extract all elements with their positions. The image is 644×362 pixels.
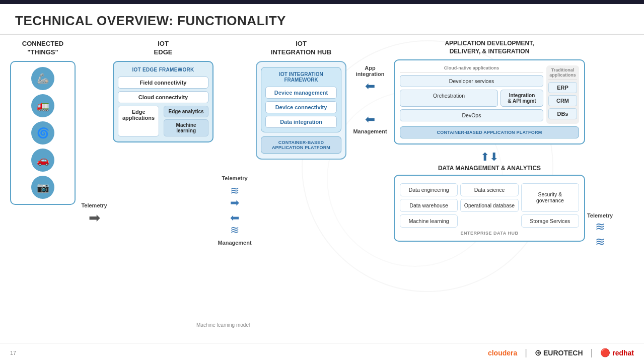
data-mgmt-section: Data engineering Data science Security &… (394, 175, 585, 242)
col-edge: IoT EDGE IOT EDGE FRAMEWORK Field connec… (113, 40, 213, 360)
arrows-hub-appdev: App integration ⬅ ⬅ Management (352, 40, 388, 360)
edge-bottom-row: Edge applications Edge analytics Machine… (118, 106, 208, 136)
title-area: TECHNICAL OVERVIEW: FUNCTIONALITY (0, 4, 644, 35)
data-engineering: Data engineering (400, 183, 458, 196)
data-grid: Data engineering Data science Security &… (400, 183, 579, 228)
wave-icon-1: ≋ ➡ (230, 185, 239, 208)
wave-right-2: ≋ (595, 235, 605, 248)
eurotech-logo-group: ⊕ EUROTECH (535, 348, 583, 357)
erp-box: ERP (548, 82, 577, 93)
hub-framework-title: IOT INTEGRATION FRAMEWORK (265, 71, 337, 83)
wave-icon-2: ⬅ ≋ (230, 212, 239, 236)
wave-right: ≋ (595, 220, 605, 233)
logo-cloudera: cloudera (488, 349, 517, 357)
edge-header: IoT EDGE (113, 40, 213, 57)
orchestration: Orchestration (400, 90, 498, 107)
header-bar (0, 0, 644, 4)
telemetry-arrow-1: Telemetry ➡ (82, 67, 107, 360)
management-label-2: Management (353, 128, 387, 134)
edge-framework-box: IOT EDGE FRAMEWORK Field connectivity Cl… (113, 61, 213, 142)
edge-right-items: Edge analytics Machine learning (164, 106, 208, 136)
logo-divider-2: | (591, 347, 593, 358)
orch-integration-row: Orchestration Integration& API mgmt (400, 90, 543, 109)
traditional-col: Traditional applications ERP CRM DBs (546, 65, 579, 124)
up-down-arrow: ⬆⬇ (394, 151, 585, 164)
enterprise-hub-label: ENTERPRISE DATA HUB (400, 231, 579, 236)
crm-box: CRM (548, 95, 577, 106)
camera-icon: 📷 (31, 176, 54, 199)
ml-model-label: Machine learning model (196, 322, 250, 328)
edge-field-connectivity: Field connectivity (118, 77, 208, 89)
telemetry-arrows-right: Telemetry ≋ ≋ (589, 40, 611, 360)
storage-services: Storage Services (521, 214, 579, 228)
machine-learning: Machine learning (400, 214, 458, 228)
eurotech-circle-icon: ⊕ (535, 348, 541, 357)
right-arrow-icon: ⬅ (365, 112, 375, 126)
security-governance: Security & governance (521, 183, 579, 212)
hub-device-connectivity: Device connectivity (265, 101, 337, 113)
content-area: CONNECTED "THINGS" 🦾 🚛 🌀 🚗 📷 Telemetry ➡… (0, 35, 644, 360)
col-hub: IoT INTEGRATION HUB IOT INTEGRATION FRAM… (256, 40, 346, 360)
telemetry-label-2: Telemetry (222, 175, 247, 181)
data-science: Data science (460, 183, 518, 196)
edge-analytics: Edge analytics (164, 106, 208, 117)
col-things: CONNECTED "THINGS" 🦾 🚛 🌀 🚗 📷 (10, 40, 76, 360)
truck-icon: 🚛 (31, 94, 54, 117)
appdev-section: Cloud-native applications Developer serv… (394, 59, 585, 144)
col-appdev: APPLICATION DEVELOPMENT, DELIVERY, & INT… (394, 40, 585, 360)
data-warehouse: Data warehouse (400, 199, 458, 212)
car-icon: 🚗 (31, 149, 54, 172)
developer-services: Developer services (400, 75, 543, 87)
cloud-native-col: Cloud-native applications Developer serv… (400, 65, 543, 124)
page-number: 17 (10, 350, 16, 356)
hub-inner-box: IOT INTEGRATION FRAMEWORK Device managem… (261, 67, 341, 132)
robot-arm-icon: 🦾 (31, 67, 54, 90)
hub-framework-box: IOT INTEGRATION FRAMEWORK Device managem… (256, 61, 346, 160)
hub-device-management: Device management (265, 87, 337, 99)
things-header: CONNECTED "THINGS" (10, 40, 76, 57)
edge-cloud-connectivity: Cloud connectivity (118, 91, 208, 103)
appdev-header: APPLICATION DEVELOPMENT, DELIVERY, & INT… (394, 40, 585, 55)
turbine-icon: 🌀 (31, 121, 54, 144)
arrow-icon-1: ➡ (89, 209, 100, 226)
logo-redhat: redhat (612, 349, 634, 357)
arrows-edge-hub: Telemetry ≋ ➡ ⬅ ≋ Management (220, 60, 250, 360)
telemetry-label-1: Telemetry (81, 202, 107, 208)
logos: cloudera | ⊕ EUROTECH | 🔴 redhat (488, 347, 634, 358)
page-title: TECHNICAL OVERVIEW: FUNCTIONALITY (15, 13, 629, 29)
traditional-label: Traditional applications (548, 67, 577, 80)
redhat-logo-group: 🔴 redhat (600, 348, 634, 357)
edge-machine-learning: Machine learning (164, 119, 208, 136)
left-arrow-icon: ⬅ (365, 79, 375, 93)
edge-applications: Edge applications (118, 106, 159, 136)
telemetry-label-3: Telemetry (587, 212, 613, 219)
data-mgmt-header: DATA MANAGEMENT & ANALYTICS (394, 165, 585, 173)
dbs-box: DBs (548, 108, 577, 119)
hub-platform-box: CONTAINER-BASEDAPPLICATION PLATFORM (261, 136, 341, 154)
hub-header: IoT INTEGRATION HUB (256, 40, 346, 57)
devops: DevOps (400, 109, 543, 121)
management-label-1: Management (218, 240, 251, 246)
footer: 17 cloudera | ⊕ EUROTECH | 🔴 redhat (0, 343, 644, 362)
cloud-native-label: Cloud-native applications (400, 65, 543, 73)
logo-eurotech: EUROTECH (543, 349, 583, 357)
things-box: 🦾 🚛 🌀 🚗 📷 (10, 61, 76, 205)
appdev-platform-box: CONTAINER-BASED APPLICATION PLATFORM (400, 126, 579, 138)
operational-database: Operational database (460, 199, 518, 212)
logo-divider-1: | (525, 347, 527, 358)
edge-framework-title: IOT EDGE FRAMEWORK (118, 67, 208, 73)
slide: TECHNICAL OVERVIEW: FUNCTIONALITY CONNEC… (0, 0, 644, 362)
app-integration-label: App integration (352, 65, 388, 77)
hub-data-integration: Data integration (265, 116, 337, 128)
integration-api: Integration& API mgmt (500, 90, 543, 107)
appdev-inner: Cloud-native applications Developer serv… (400, 65, 579, 124)
redhat-icon: 🔴 (600, 348, 610, 357)
